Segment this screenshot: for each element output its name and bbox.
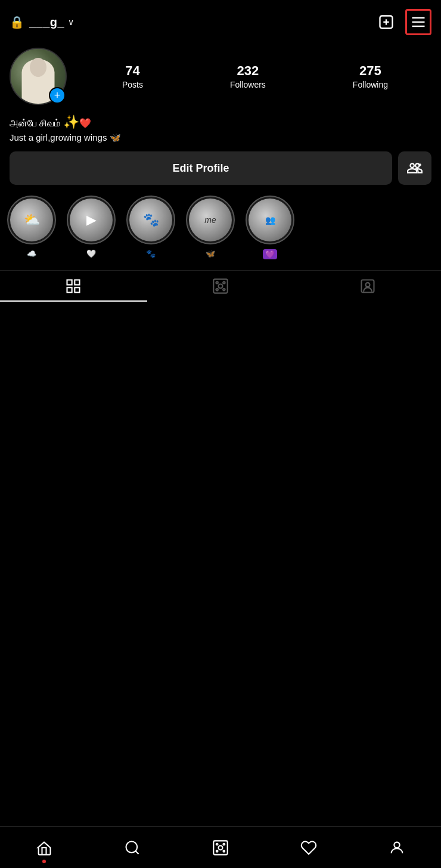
username-text: ___g_ — [29, 16, 64, 29]
highlight-icon-2: ▶ — [86, 212, 97, 228]
bio-tagline-text: Just a girl,growing wings — [10, 132, 110, 142]
lock-icon: 🔒 — [10, 15, 24, 29]
svg-point-20 — [126, 841, 138, 852]
bio-name-text: அன்பே சிவம் — [10, 118, 63, 128]
svg-point-16 — [216, 289, 218, 291]
highlight-label-3: 🐾 — [146, 249, 156, 258]
tab-grid[interactable] — [0, 271, 147, 302]
add-post-button[interactable] — [373, 9, 399, 35]
highlight-inner-3: 🐾 — [129, 199, 172, 241]
profile-section: + 74 Posts 232 Followers 275 Following — [0, 42, 441, 105]
highlight-item-3[interactable]: 🐾 🐾 — [126, 196, 175, 259]
svg-point-24 — [216, 843, 218, 845]
butterfly-emoji: 🦋 — [110, 132, 121, 142]
followers-label: Followers — [230, 80, 266, 89]
bottom-nav — [0, 826, 441, 868]
heart-emoji: ❤️ — [79, 118, 91, 128]
svg-rect-8 — [67, 280, 72, 285]
posts-count: 74 — [125, 63, 139, 79]
svg-point-23 — [219, 845, 223, 850]
svg-point-15 — [223, 281, 225, 284]
grid-icon — [65, 278, 82, 294]
add-post-icon — [378, 14, 395, 30]
highlight-label-5: 💜 — [263, 249, 277, 259]
tagged-icon — [359, 278, 376, 294]
nav-search[interactable] — [88, 827, 176, 868]
search-icon — [124, 839, 141, 856]
tabs-row — [0, 270, 441, 302]
highlight-item-4[interactable]: me 🦋 — [186, 196, 235, 259]
top-bar-right — [373, 9, 431, 35]
highlight-item-2[interactable]: ▶ 🤍 — [67, 196, 116, 259]
svg-point-13 — [219, 284, 223, 289]
add-person-icon — [407, 160, 423, 176]
highlight-label-2: 🤍 — [86, 249, 96, 258]
highlight-circle-4: me — [186, 196, 235, 244]
menu-button[interactable] — [405, 9, 431, 35]
svg-rect-9 — [75, 280, 80, 285]
bio-name: அன்பே சிவம் ✨❤️ — [10, 114, 431, 130]
tab-reels[interactable] — [147, 271, 294, 302]
top-bar-left: 🔒 ___g_ ∨ — [10, 15, 74, 29]
svg-point-28 — [394, 842, 399, 847]
bio-section: அன்பே சிவம் ✨❤️ Just a girl,growing wing… — [0, 114, 441, 151]
action-buttons-row: Edit Profile — [0, 151, 441, 196]
svg-point-17 — [223, 289, 225, 291]
highlight-label-4: 🦋 — [206, 249, 215, 258]
svg-point-26 — [216, 850, 218, 852]
nav-profile[interactable] — [353, 827, 441, 868]
highlight-inner-4: me — [189, 199, 232, 241]
highlight-circle-1: ⛅ — [7, 196, 56, 244]
chevron-down-icon: ∨ — [68, 17, 74, 27]
highlight-circle-5: 👥 — [246, 196, 294, 244]
nav-reels[interactable] — [176, 827, 265, 868]
profile-top-row: + 74 Posts 232 Followers 275 Following — [10, 48, 431, 105]
svg-point-14 — [216, 281, 218, 284]
highlight-circle-2: ▶ — [67, 196, 116, 244]
highlights-row: ⛅ ☁️ ▶ 🤍 🐾 🐾 me 🦋 — [0, 196, 441, 265]
posts-stat[interactable]: 74 Posts — [122, 63, 143, 89]
highlight-item-5[interactable]: 👥 💜 — [246, 196, 294, 259]
following-count: 275 — [359, 63, 381, 79]
stats-row: 74 Posts 232 Followers 275 Following — [79, 63, 431, 89]
content-area — [0, 302, 441, 600]
highlight-icon-3: 🐾 — [143, 212, 159, 228]
edit-profile-button[interactable]: Edit Profile — [10, 151, 392, 185]
highlight-inner-1: ⛅ — [10, 199, 53, 241]
followers-stat[interactable]: 232 Followers — [230, 63, 266, 89]
svg-point-27 — [223, 850, 225, 852]
highlight-icon-5: 👥 — [265, 215, 275, 225]
svg-rect-10 — [67, 287, 72, 292]
home-notification-dot — [42, 860, 46, 863]
avatar-container[interactable]: + — [10, 48, 67, 105]
following-stat[interactable]: 275 Following — [353, 63, 388, 89]
sparkle-icon: ✨ — [63, 114, 79, 129]
svg-line-21 — [135, 851, 138, 854]
highlight-icon-1: ⛅ — [24, 212, 40, 228]
add-person-button[interactable] — [398, 151, 431, 185]
nav-likes[interactable] — [265, 827, 353, 868]
heart-icon — [300, 839, 317, 856]
following-label: Following — [353, 80, 388, 89]
bio-tagline: Just a girl,growing wings 🦋 — [10, 132, 431, 143]
followers-count: 232 — [237, 63, 259, 79]
highlight-inner-2: ▶ — [70, 199, 113, 241]
highlight-item-1[interactable]: ⛅ ☁️ — [7, 196, 56, 259]
nav-reels-icon — [212, 839, 229, 856]
svg-rect-22 — [213, 841, 227, 854]
tab-tagged[interactable] — [294, 271, 441, 302]
hamburger-icon — [410, 14, 427, 30]
svg-rect-11 — [75, 287, 80, 292]
highlight-icon-4: me — [204, 215, 216, 225]
username-area[interactable]: ___g_ ∨ — [29, 16, 74, 29]
add-story-button[interactable]: + — [49, 87, 66, 104]
nav-home[interactable] — [0, 827, 88, 868]
posts-label: Posts — [122, 80, 143, 89]
svg-point-25 — [223, 843, 225, 845]
highlight-label-1: ☁️ — [27, 249, 36, 258]
reels-icon — [212, 278, 229, 294]
home-icon — [36, 839, 52, 856]
highlight-inner-5: 👥 — [249, 199, 291, 241]
svg-rect-12 — [213, 279, 227, 293]
svg-point-19 — [365, 283, 369, 287]
